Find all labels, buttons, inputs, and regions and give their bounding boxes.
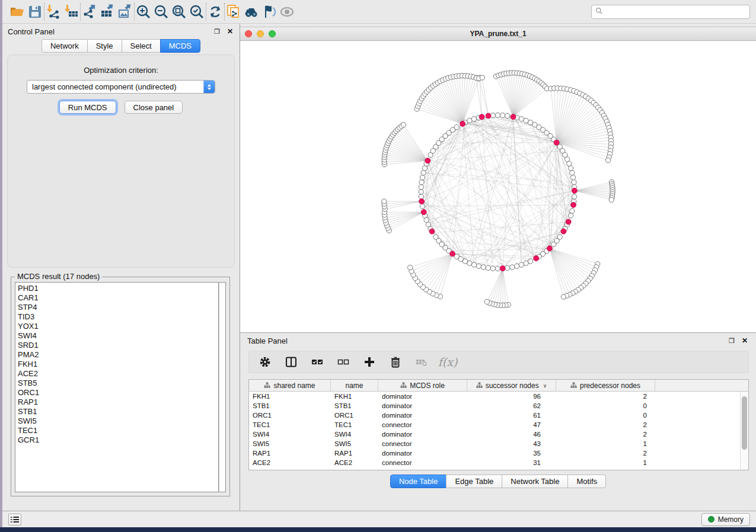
column-header-predecessor-nodes[interactable]: predecessor nodes xyxy=(556,380,655,391)
tab-network[interactable]: Network xyxy=(42,39,88,53)
leaf-node[interactable] xyxy=(484,299,489,304)
ring-node[interactable] xyxy=(570,175,575,180)
list-scrollbar[interactable] xyxy=(219,282,226,492)
tab-network-table[interactable]: Network Table xyxy=(502,475,568,488)
deselect-all-icon[interactable] xyxy=(337,355,350,368)
mcds-result-list[interactable]: PHD1CAR1STP4TID3YOX1SWI4SRD1PMA2FKH1ACE2… xyxy=(15,282,219,492)
tab-node-table[interactable]: Node Table xyxy=(390,475,447,488)
mcds-hub-node[interactable] xyxy=(534,256,539,261)
leaf-node[interactable] xyxy=(480,75,484,80)
ring-node[interactable] xyxy=(424,217,429,222)
float-table-panel-icon[interactable]: ❐ xyxy=(728,336,736,345)
column-header-shared-name[interactable]: shared name xyxy=(249,380,331,391)
list-item[interactable]: TID3 xyxy=(18,312,218,322)
columns-icon[interactable] xyxy=(285,355,298,368)
ring-node[interactable] xyxy=(420,175,425,180)
leaf-node[interactable] xyxy=(382,199,387,204)
import-network-icon[interactable] xyxy=(44,3,62,21)
list-item[interactable]: TEC1 xyxy=(18,426,218,435)
column-header-MCDS-role[interactable]: MCDS role xyxy=(378,380,467,391)
mcds-hub-node[interactable] xyxy=(500,266,505,271)
open-folder-icon[interactable] xyxy=(8,3,26,21)
table-row[interactable]: ORC1ORC1dominator610 xyxy=(249,411,748,420)
ring-node[interactable] xyxy=(454,124,459,129)
zoom-fit-icon[interactable] xyxy=(170,3,188,21)
search-input[interactable] xyxy=(605,8,746,16)
table-row[interactable]: TEC1TEC1connector472 xyxy=(249,420,748,430)
leaf-node[interactable] xyxy=(609,197,614,202)
list-item[interactable]: SRD1 xyxy=(18,341,218,350)
table-row[interactable]: SWI4SWI4dominator462 xyxy=(249,430,748,439)
table-row[interactable]: STB1STB1dominator620 xyxy=(249,401,748,411)
refresh-icon[interactable] xyxy=(206,3,224,21)
export-image-icon[interactable] xyxy=(116,3,134,21)
table-scrollbar[interactable] xyxy=(740,392,748,470)
ring-node[interactable] xyxy=(505,113,510,118)
ring-node[interactable] xyxy=(515,264,519,268)
zoom-in-icon[interactable] xyxy=(135,3,152,21)
list-item[interactable]: PHD1 xyxy=(18,284,218,293)
close-table-panel-icon[interactable]: ✕ xyxy=(741,336,749,345)
ring-node[interactable] xyxy=(421,171,426,175)
ring-node[interactable] xyxy=(495,266,500,271)
mcds-hub-node[interactable] xyxy=(460,121,465,126)
list-item[interactable]: SWI5 xyxy=(18,416,218,426)
table-scrollbar-thumb[interactable] xyxy=(742,396,747,450)
list-item[interactable]: SWI4 xyxy=(18,331,218,341)
table-row[interactable]: SWI5SWI5connector431 xyxy=(249,439,748,448)
ring-node[interactable] xyxy=(505,265,510,270)
zoom-selected-icon[interactable] xyxy=(188,3,206,21)
leaf-node[interactable] xyxy=(561,294,566,299)
mcds-hub-node[interactable] xyxy=(566,219,571,225)
ring-node[interactable] xyxy=(510,265,515,270)
table-row[interactable]: FKH1FKH1dominator962 xyxy=(249,392,748,401)
list-item[interactable]: STB5 xyxy=(18,379,218,388)
ring-node[interactable] xyxy=(519,262,524,267)
mcds-hub-node[interactable] xyxy=(554,140,559,145)
tab-motifs[interactable]: Motifs xyxy=(567,475,606,488)
select-all-icon[interactable] xyxy=(311,355,324,368)
mcds-hub-node[interactable] xyxy=(421,210,426,215)
list-item[interactable]: STP4 xyxy=(18,303,218,312)
ring-node[interactable] xyxy=(551,242,556,246)
mcds-hub-node[interactable] xyxy=(486,113,491,118)
memory-button[interactable]: Memory xyxy=(701,513,750,526)
list-item[interactable]: RAP1 xyxy=(18,398,218,407)
save-icon[interactable] xyxy=(26,3,44,21)
run-mcds-button[interactable]: Run MCDS xyxy=(59,101,116,114)
ring-node[interactable] xyxy=(420,204,425,209)
mcds-hub-node[interactable] xyxy=(547,246,552,251)
mcds-hub-node[interactable] xyxy=(572,188,577,193)
list-item[interactable]: PMA2 xyxy=(18,350,218,360)
task-menu-button[interactable] xyxy=(8,514,21,525)
table-row[interactable]: YOX1YOX1connector291 xyxy=(249,467,748,470)
export-table-icon[interactable] xyxy=(98,3,116,21)
ring-node[interactable] xyxy=(481,265,486,270)
export-network-icon[interactable] xyxy=(81,3,98,21)
network-window-titlebar[interactable]: YPA_prune.txt_1 xyxy=(240,27,756,41)
table-row[interactable]: ACE2ACE2connector311 xyxy=(249,458,748,467)
ring-node[interactable] xyxy=(490,266,495,271)
ring-node[interactable] xyxy=(519,117,524,121)
ring-node[interactable] xyxy=(471,262,476,267)
search-box[interactable] xyxy=(591,5,750,19)
zoom-out-icon[interactable] xyxy=(152,3,170,21)
list-item[interactable]: ACE2 xyxy=(18,369,218,379)
ring-node[interactable] xyxy=(572,194,577,199)
mcds-hub-node[interactable] xyxy=(571,202,576,207)
column-header-successor-nodes[interactable]: successor nodes∨ xyxy=(467,380,556,391)
ring-node[interactable] xyxy=(500,113,505,118)
ring-node[interactable] xyxy=(419,194,423,199)
tab-mcds[interactable]: MCDS xyxy=(160,39,200,53)
tab-edge-table[interactable]: Edge Table xyxy=(446,475,502,488)
leaf-node[interactable] xyxy=(408,265,413,270)
ring-node[interactable] xyxy=(486,265,490,270)
node-table[interactable]: shared namenameMCDS rolesuccessor nodes∨… xyxy=(248,379,749,470)
column-header-name[interactable]: name xyxy=(331,380,378,391)
trash-icon[interactable] xyxy=(389,355,402,368)
tab-select[interactable]: Select xyxy=(122,39,161,53)
mcds-hub-node[interactable] xyxy=(561,229,566,234)
ring-node[interactable] xyxy=(570,209,575,213)
float-panel-icon[interactable]: ❐ xyxy=(213,27,221,36)
gear-icon[interactable] xyxy=(259,355,272,368)
